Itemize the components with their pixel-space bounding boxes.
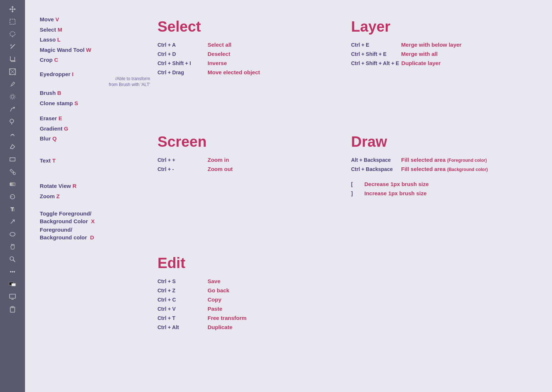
svg-line-23 <box>13 260 15 262</box>
tool-select-key: M <box>57 26 62 33</box>
shortcut-select-all: Ctrl + A Select all <box>158 42 344 48</box>
hand-icon[interactable] <box>6 241 19 252</box>
tool-toggle-fg-bg: Toggle Foreground/Background Color X <box>40 210 150 225</box>
shortcut-decrease-brush: [ Decrease 1px brush size <box>351 181 537 187</box>
svg-rect-0 <box>10 19 15 24</box>
tool-move: Move V <box>40 15 150 24</box>
svg-point-16 <box>13 172 15 175</box>
svg-point-22 <box>10 257 14 260</box>
shortcut-zoom-in: Ctrl + + Zoom in <box>158 157 344 163</box>
tool-gradient: Gradient G <box>40 124 150 133</box>
svg-point-11 <box>10 94 15 99</box>
crop-icon[interactable] <box>6 54 19 65</box>
smudge-icon[interactable] <box>6 129 19 140</box>
shortcut-move-elected: Ctrl + Drag Move elected object <box>158 69 344 75</box>
tool-fg-bg-color: Foreground/Background color D <box>40 226 150 241</box>
main-content: Move V Select M Lasso L Magic Wand Tool … <box>25 0 552 392</box>
edit-section: Edit Ctrl + S Save Ctrl + Z Go back Ctrl… <box>158 247 344 381</box>
svg-point-1 <box>10 32 15 36</box>
more-icon[interactable] <box>6 266 19 277</box>
shortcut-merge-below: Ctrl + E Merge with below layer <box>351 42 537 48</box>
svg-rect-29 <box>10 294 15 298</box>
shortcut-copy: Ctrl + C Copy <box>158 296 344 303</box>
image-icon[interactable] <box>6 66 19 77</box>
svg-point-21 <box>10 232 15 236</box>
shortcut-paste: Ctrl + V Paste <box>158 306 344 312</box>
magic-wand-icon[interactable] <box>6 41 19 52</box>
settings-icon[interactable] <box>6 91 19 102</box>
tool-clone-stamp: Clone stamp S <box>40 99 150 108</box>
tool-crop: Crop C <box>40 55 150 65</box>
clone-stamp-icon[interactable] <box>6 116 19 127</box>
text-tool-icon[interactable]: T <box>6 204 19 215</box>
dodge-icon[interactable] <box>6 191 19 202</box>
svg-point-5 <box>10 44 12 46</box>
draw-section: Draw Alt + Backspace Fill selected area … <box>351 126 537 247</box>
clipboard-icon[interactable] <box>6 304 19 315</box>
shortcut-deselect: Ctrl + D Deselect <box>158 51 344 57</box>
screen-icon[interactable] <box>6 291 19 302</box>
select-rect-icon[interactable] <box>6 16 19 27</box>
svg-rect-17 <box>10 183 15 186</box>
empty-section <box>351 247 537 381</box>
select-section: Select Ctrl + A Select all Ctrl + D Dese… <box>158 11 344 126</box>
tool-text: Text T <box>40 156 150 165</box>
tool-brush: Brush B <box>40 88 150 98</box>
tool-select: Select M <box>40 25 150 35</box>
svg-point-10 <box>11 95 14 98</box>
eyedropper-icon[interactable] <box>6 79 19 90</box>
svg-rect-28 <box>12 284 16 286</box>
svg-rect-15 <box>10 158 15 161</box>
svg-point-24 <box>10 271 11 272</box>
svg-line-9 <box>11 86 11 86</box>
layer-title: Layer <box>351 18 537 35</box>
shortcut-fill-bg: Ctrl + Backspace Fill selected area (Bac… <box>351 166 537 172</box>
screen-section: Screen Ctrl + + Zoom in Ctrl + - Zoom ou… <box>158 126 344 247</box>
svg-line-4 <box>14 44 15 45</box>
layer-section: Layer Ctrl + E Merge with below layer Ct… <box>351 11 537 126</box>
eraser-icon[interactable] <box>6 141 19 152</box>
gradient-icon[interactable] <box>6 179 19 190</box>
shortcut-duplicate: Ctrl + Alt Duplicate <box>158 324 344 330</box>
tool-eyedropper: Eyedropper I /Able to transformfrom Brus… <box>40 71 150 88</box>
tool-magic-wand: Magic Wand Tool W <box>40 45 150 55</box>
shortcut-inverse: Ctrl + Shift + I Inverse <box>158 60 344 66</box>
screen-title: Screen <box>158 133 344 150</box>
tool-blur: Blur Q <box>40 134 150 143</box>
svg-point-26 <box>14 271 15 272</box>
edit-title: Edit <box>158 255 344 271</box>
shortcut-go-back: Ctrl + Z Go back <box>158 287 344 293</box>
svg-point-25 <box>12 271 13 272</box>
path-icon[interactable] <box>6 216 19 227</box>
shortcut-increase-brush: ] Increase 1px brush size <box>351 190 537 196</box>
fill-icon[interactable] <box>6 166 19 177</box>
sidebar: T <box>0 0 25 392</box>
shortcut-free-transform: Ctrl + T Free transform <box>158 315 344 321</box>
draw-title: Draw <box>351 133 537 150</box>
tool-eraser: Eraser E <box>40 114 150 123</box>
svg-point-13 <box>10 119 14 123</box>
tool-zoom: Zoom Z <box>40 192 150 201</box>
svg-line-3 <box>11 45 14 49</box>
move-icon[interactable] <box>6 4 19 15</box>
lasso-icon[interactable] <box>6 29 19 40</box>
shortcut-save: Ctrl + S Save <box>158 278 344 284</box>
ellipse-icon[interactable] <box>6 229 19 240</box>
tool-list: Move V Select M Lasso L Magic Wand Tool … <box>40 11 150 381</box>
rectangle-icon[interactable] <box>6 154 19 165</box>
tool-lasso: Lasso L <box>40 35 150 44</box>
tool-rotate-view: Rotate View R <box>40 181 150 191</box>
zoom-icon[interactable] <box>6 254 19 265</box>
shortcuts-area: Select Ctrl + A Select all Ctrl + D Dese… <box>150 11 537 381</box>
shortcut-zoom-out: Ctrl + - Zoom out <box>158 166 344 172</box>
shortcut-fill-fg: Alt + Backspace Fill selected area (Fore… <box>351 157 537 163</box>
tool-move-key: V <box>56 16 59 22</box>
tool-magic-wand-key: W <box>86 47 91 53</box>
tool-crop-key: C <box>54 57 58 63</box>
svg-text:T: T <box>11 206 14 212</box>
tool-lasso-key: L <box>57 36 61 43</box>
color-swap-icon[interactable] <box>6 279 19 290</box>
shortcut-merge-all: Ctrl + Shift + E Merge with all <box>351 51 537 57</box>
pen-icon[interactable] <box>6 104 19 115</box>
shortcut-duplicate-layer: Ctrl + Shift + Alt + E Duplicate layer <box>351 60 537 66</box>
